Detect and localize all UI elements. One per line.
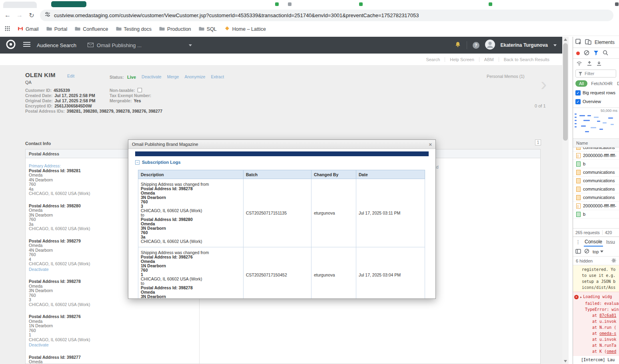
tab-group-chip[interactable] xyxy=(51,1,86,7)
personal-memos-link[interactable]: Personal Memos (1) xyxy=(487,74,525,79)
col-changed-by[interactable]: Changed By xyxy=(311,170,356,179)
record-icon[interactable] xyxy=(576,52,580,55)
bookmark-confluence[interactable]: Confluence xyxy=(75,26,108,32)
col-description[interactable]: Description xyxy=(138,170,244,179)
filter-fetch-xhr[interactable]: Fetch/XHR xyxy=(590,80,613,87)
tab-favicon[interactable] xyxy=(615,2,619,6)
overview-option[interactable]: Overview xyxy=(573,97,619,106)
non-taxable-checkbox[interactable] xyxy=(138,88,142,92)
subnav-abm[interactable]: ABM xyxy=(479,57,499,62)
request-row[interactable]: communications xyxy=(573,177,619,185)
back-icon[interactable]: ← xyxy=(4,12,11,19)
error-link[interactable]: omed xyxy=(607,349,616,354)
address-bar[interactable]: custview.omedastaging.com/custview/custo… xyxy=(40,10,613,21)
name-column-header[interactable]: Name xyxy=(573,139,619,147)
bookmark-lattice[interactable]: Home – Lattice xyxy=(224,26,266,32)
checkbox-checked-icon[interactable] xyxy=(575,90,581,95)
page-scrollbar[interactable] xyxy=(562,37,569,364)
tab-favicon[interactable] xyxy=(275,2,279,6)
anonymize-link[interactable]: Anonymize xyxy=(184,74,205,79)
request-row[interactable]: b xyxy=(573,160,619,168)
collapse-icon[interactable]: − xyxy=(135,160,140,165)
inspect-icon[interactable] xyxy=(575,39,582,46)
bell-icon[interactable] xyxy=(455,41,461,49)
request-row[interactable]: communications xyxy=(573,168,619,177)
error-link[interactable]: omeda-s xyxy=(599,331,616,336)
filter-doc[interactable]: D xyxy=(616,80,619,87)
deactivate-link[interactable]: Deactivate xyxy=(142,74,162,79)
scroll-down-icon[interactable] xyxy=(562,358,569,364)
table-row[interactable]: Shipping Address was changed from Postal… xyxy=(138,179,425,247)
subnav-search[interactable]: Search xyxy=(421,57,445,62)
url-text[interactable]: custview.omedastaging.com/custview/custo… xyxy=(54,12,419,18)
console-settings-gear-icon[interactable] xyxy=(611,258,616,264)
device-toolbar-icon[interactable] xyxy=(585,39,591,46)
request-row[interactable]: 20000000-ffff-ffff- xyxy=(573,202,619,210)
tab-issues[interactable]: Issu xyxy=(606,239,615,245)
console-sidebar-icon[interactable] xyxy=(575,249,581,255)
forward-icon[interactable]: → xyxy=(16,12,23,19)
memo-next-chevron-icon[interactable] xyxy=(541,75,547,93)
console-error-message[interactable]: Loading widg failed: evalua TypeError: w… xyxy=(573,292,619,356)
table-row[interactable]: Shipping Address was changed from Postal… xyxy=(138,247,425,299)
error-link[interactable]: 87c6a81 xyxy=(599,313,616,318)
bookmark-sql[interactable]: SQL xyxy=(199,26,217,32)
request-row[interactable]: communications xyxy=(573,193,619,202)
site-settings-icon[interactable] xyxy=(45,12,50,19)
subnav-back-to-results[interactable]: Back to Search Results xyxy=(499,57,554,62)
console-warning-message[interactable]: registered. Yo to use it e.g. setup a JS… xyxy=(573,265,619,292)
search-icon[interactable] xyxy=(603,50,608,56)
app-title[interactable]: Audience Search xyxy=(37,42,76,48)
request-row-partial[interactable]: communications xyxy=(573,147,619,151)
filter-funnel-icon[interactable] xyxy=(593,50,599,56)
browser-tab[interactable] xyxy=(3,2,37,8)
avatar[interactable] xyxy=(485,40,495,51)
user-name[interactable]: Ekaterina Turgunova xyxy=(501,42,548,48)
tab-favicon[interactable] xyxy=(489,2,492,6)
col-date[interactable]: Date xyxy=(356,170,425,179)
bookmark-testing-docs[interactable]: Testing docs xyxy=(116,26,152,32)
reload-icon[interactable]: ↻ xyxy=(28,12,35,19)
scrollbar-thumb[interactable] xyxy=(563,43,568,141)
tab-favicon[interactable] xyxy=(359,2,363,6)
col-batch[interactable]: Batch xyxy=(244,170,311,179)
modal-title-bar[interactable]: Omail Publishing Brand Magazine × xyxy=(128,140,435,149)
network-filter-input[interactable]: Filter xyxy=(575,70,616,78)
chevron-down-icon[interactable] xyxy=(553,44,557,46)
tab-favicon[interactable] xyxy=(288,2,292,6)
request-row[interactable]: communications xyxy=(573,185,619,193)
context-selector[interactable]: top xyxy=(593,249,603,254)
tab-elements[interactable]: Elements xyxy=(595,40,615,45)
more-options-icon[interactable] xyxy=(575,239,581,245)
throttling-icon[interactable] xyxy=(576,61,582,66)
tab-console[interactable]: Console xyxy=(584,237,603,247)
section-title[interactable]: Subscription Logs xyxy=(142,160,181,165)
big-request-rows-option[interactable]: Big request rows xyxy=(573,88,619,97)
scroll-up-icon[interactable] xyxy=(562,37,569,42)
network-overview[interactable]: 50,000 ms xyxy=(573,107,619,139)
subnav-help-screen[interactable]: Help Screen xyxy=(445,57,479,62)
apps-grid-icon[interactable] xyxy=(5,26,10,33)
clear-icon[interactable] xyxy=(584,50,589,56)
checkbox-checked-icon[interactable] xyxy=(575,99,581,104)
extract-link[interactable]: Extract xyxy=(211,74,224,79)
console-log-message[interactable]: [Intercom] Lau xyxy=(573,356,619,364)
clear-console-icon[interactable] xyxy=(584,249,589,255)
menu-icon[interactable] xyxy=(23,42,30,49)
bookmark-gmail[interactable]: Gmail xyxy=(18,26,39,32)
brand-selector[interactable]: Omail Publishing ... xyxy=(88,42,192,49)
bookmark-portal[interactable]: Portal xyxy=(46,26,68,32)
omeda-logo-icon[interactable] xyxy=(6,39,16,51)
filter-all[interactable]: All xyxy=(575,80,587,87)
export-har-icon[interactable] xyxy=(597,61,601,67)
request-row[interactable]: 20000000-ffff-ffff- xyxy=(573,151,619,160)
merge-link[interactable]: Merge xyxy=(167,74,179,79)
address-deactivate-link[interactable]: Deactivate xyxy=(29,343,195,348)
close-icon[interactable]: × xyxy=(429,141,432,147)
edit-link[interactable]: Edit xyxy=(67,74,74,78)
expand-triangle-icon[interactable] xyxy=(580,296,582,299)
contact-page-badge[interactable]: 1 xyxy=(535,139,541,145)
bookmark-production[interactable]: Production xyxy=(159,26,191,32)
request-row[interactable]: b xyxy=(573,210,619,219)
help-icon[interactable] xyxy=(473,42,479,49)
